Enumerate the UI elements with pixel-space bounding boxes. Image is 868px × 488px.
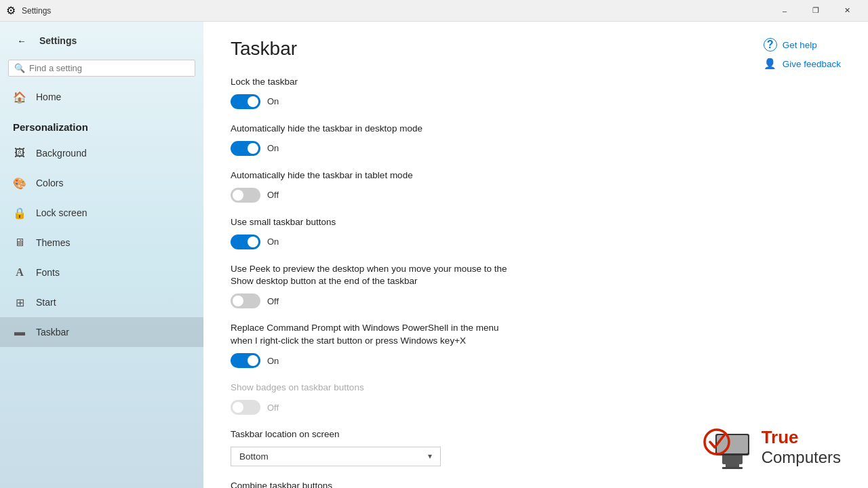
sidebar-background-label: Background: [36, 148, 87, 159]
lock-taskbar-state: On: [267, 96, 279, 106]
sidebar-item-colors[interactable]: 🎨 Colors: [0, 168, 203, 198]
sidebar: ← Settings 🔍 🏠 Home Personalization 🖼 Ba…: [0, 22, 203, 488]
sidebar-colors-label: Colors: [36, 178, 63, 188]
taskbar-location-value: Bottom: [239, 451, 269, 462]
logo-icon: [702, 420, 756, 474]
main-content: ? Get help 👤 Give feedback Taskbar Lock …: [203, 22, 868, 488]
svg-rect-4: [722, 467, 743, 469]
logo-true: True: [762, 427, 841, 448]
auto-hide-tablet-row: Off: [231, 188, 841, 203]
lock-taskbar-row: On: [231, 94, 841, 109]
taskbar-location-arrow: ▾: [428, 451, 432, 461]
help-panel: ? Get help 👤 Give feedback: [764, 38, 841, 70]
title-bar-text: Settings: [22, 6, 769, 16]
start-icon: ⊞: [13, 296, 26, 309]
back-button[interactable]: ←: [11, 30, 33, 52]
sidebar-start-label: Start: [36, 297, 56, 308]
sidebar-themes-label: Themes: [36, 237, 71, 248]
home-icon: 🏠: [13, 90, 26, 104]
title-bar: ⚙ Settings – ❐ ✕: [0, 0, 868, 22]
setting-auto-hide-desktop: Automatically hide the taskbar in deskto…: [231, 123, 841, 156]
sidebar-item-taskbar[interactable]: ▬ Taskbar: [0, 317, 203, 347]
give-feedback-icon: 👤: [764, 57, 777, 70]
lock-taskbar-toggle[interactable]: [231, 94, 260, 109]
background-icon: 🖼: [13, 146, 26, 160]
page-title: Taskbar: [231, 38, 841, 60]
peek-preview-label: Use Peek to preview the desktop when you…: [231, 263, 841, 289]
get-help-link[interactable]: ? Get help: [764, 38, 841, 52]
setting-replace-cmd: Replace Command Prompt with Windows Powe…: [231, 322, 841, 368]
auto-hide-desktop-state: On: [267, 143, 279, 153]
sidebar-fonts-label: Fonts: [36, 267, 60, 278]
replace-cmd-label: Replace Command Prompt with Windows Powe…: [231, 322, 841, 348]
themes-icon: 🖥: [13, 236, 26, 249]
setting-peek-preview: Use Peek to preview the desktop when you…: [231, 263, 841, 309]
sidebar-section-personalization: Personalization: [0, 112, 203, 138]
auto-hide-tablet-state: Off: [267, 190, 279, 200]
auto-hide-desktop-label: Automatically hide the taskbar in deskto…: [231, 123, 841, 136]
setting-auto-hide-tablet: Automatically hide the taskbar in tablet…: [231, 169, 841, 203]
sidebar-lockscreen-label: Lock screen: [36, 207, 87, 218]
auto-hide-tablet-toggle[interactable]: [231, 188, 260, 203]
lock-taskbar-label: Lock the taskbar: [231, 76, 841, 89]
auto-hide-desktop-row: On: [231, 141, 841, 156]
sidebar-item-start[interactable]: ⊞ Start: [0, 287, 203, 317]
show-badges-state: Off: [267, 403, 279, 413]
peek-preview-row: Off: [231, 293, 841, 308]
auto-hide-desktop-toggle[interactable]: [231, 141, 260, 156]
sidebar-title: Settings: [39, 35, 77, 46]
setting-show-badges: Show badges on taskbar buttons Off: [231, 382, 841, 415]
sidebar-item-home[interactable]: 🏠 Home: [0, 82, 203, 112]
show-badges-toggle: [231, 400, 260, 415]
colors-icon: 🎨: [13, 176, 26, 190]
minimize-button[interactable]: –: [769, 0, 800, 22]
small-buttons-row: On: [231, 235, 841, 249]
sidebar-item-themes[interactable]: 🖥 Themes: [0, 228, 203, 258]
close-button[interactable]: ✕: [831, 0, 863, 22]
replace-cmd-state: On: [267, 356, 279, 366]
get-help-label: Get help: [783, 40, 817, 50]
lock-screen-icon: 🔒: [13, 206, 26, 220]
get-help-icon: ?: [764, 38, 777, 52]
give-feedback-link[interactable]: 👤 Give feedback: [764, 57, 841, 70]
sidebar-taskbar-label: Taskbar: [36, 327, 69, 338]
sidebar-item-lock-screen[interactable]: 🔒 Lock screen: [0, 198, 203, 228]
small-buttons-label: Use small taskbar buttons: [231, 216, 841, 229]
app-body: ← Settings 🔍 🏠 Home Personalization 🖼 Ba…: [0, 22, 868, 488]
combine-buttons-label: Combine taskbar buttons: [231, 480, 841, 488]
sidebar-nav: 🏠 Home Personalization 🖼 Background 🎨 Co…: [0, 82, 203, 347]
peek-preview-toggle[interactable]: [231, 293, 260, 308]
settings-app-icon: ⚙: [5, 5, 16, 16]
fonts-icon: A: [13, 266, 26, 279]
sidebar-item-background[interactable]: 🖼 Background: [0, 138, 203, 168]
replace-cmd-row: On: [231, 353, 841, 368]
search-input[interactable]: [29, 63, 189, 73]
auto-hide-tablet-label: Automatically hide the taskbar in tablet…: [231, 169, 841, 182]
give-feedback-label: Give feedback: [783, 59, 841, 69]
maximize-button[interactable]: ❐: [800, 0, 831, 22]
taskbar-location-dropdown[interactable]: Bottom ▾: [231, 447, 441, 466]
back-icon: ←: [17, 36, 26, 46]
sidebar-header: ← Settings: [0, 22, 203, 60]
logo-container: True Computers: [702, 420, 841, 474]
logo-text: True Computers: [762, 427, 841, 468]
peek-preview-state: Off: [267, 296, 279, 306]
show-badges-label: Show badges on taskbar buttons: [231, 382, 841, 394]
setting-lock-taskbar: Lock the taskbar On: [231, 76, 841, 109]
svg-rect-3: [726, 464, 739, 467]
sidebar-item-fonts[interactable]: A Fonts: [0, 258, 203, 287]
taskbar-icon: ▬: [13, 325, 26, 339]
setting-small-buttons: Use small taskbar buttons On: [231, 216, 841, 249]
show-badges-row: Off: [231, 400, 841, 415]
window-controls: – ❐ ✕: [769, 0, 863, 22]
section-header-label: Personalization: [13, 121, 88, 133]
sidebar-home-label: Home: [36, 92, 61, 102]
search-icon: 🔍: [14, 63, 25, 73]
logo-computers: Computers: [762, 448, 841, 468]
search-box[interactable]: 🔍: [8, 60, 195, 77]
replace-cmd-toggle[interactable]: [231, 353, 260, 368]
small-buttons-state: On: [267, 237, 279, 247]
setting-combine-buttons: Combine taskbar buttons Always, hide lab…: [231, 480, 841, 488]
logo-area: True Computers: [702, 420, 841, 474]
small-buttons-toggle[interactable]: [231, 235, 260, 249]
